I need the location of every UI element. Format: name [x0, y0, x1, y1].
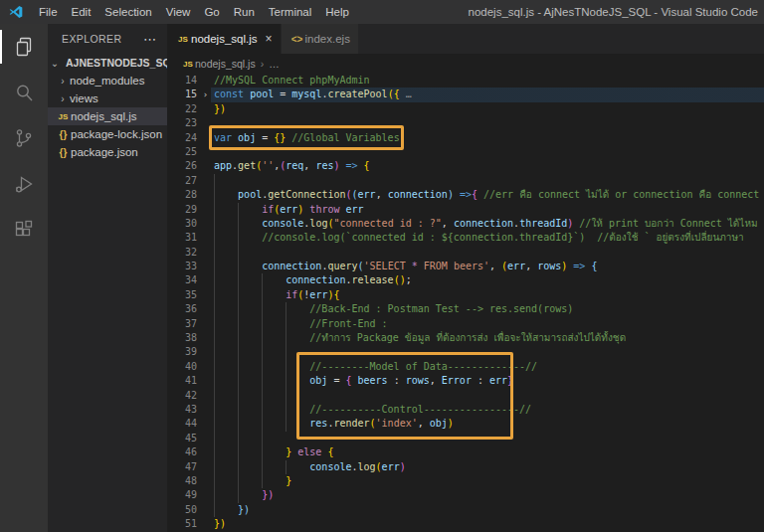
line-number: 43	[167, 403, 197, 417]
run-debug-icon[interactable]	[0, 161, 48, 207]
menu-view[interactable]: View	[159, 0, 198, 24]
menu-terminal[interactable]: Terminal	[262, 0, 318, 24]
fold-column	[197, 445, 214, 459]
indent-guide	[214, 246, 215, 260]
code-text: pool.getConnection((err, connection) =>{…	[214, 188, 764, 202]
code-text	[214, 116, 764, 130]
extensions-icon[interactable]	[0, 207, 48, 253]
code-line-27[interactable]: 27	[167, 174, 764, 188]
line-number: 39	[167, 345, 197, 359]
code-text: res.render('index', obj)	[214, 417, 764, 431]
search-icon[interactable]	[0, 70, 48, 115]
tree-item-nodejs-sql-js[interactable]: JSnodejs_sql.js	[48, 107, 167, 125]
indent-guide	[262, 331, 263, 345]
code-line-24[interactable]: 24var obj = {} //Global Variables	[167, 131, 764, 145]
code-line-43[interactable]: 43 //----------Control----------------//	[167, 403, 764, 417]
fold-column	[197, 102, 214, 116]
code-line-33[interactable]: 33 connection.query('SELECT * FROM beers…	[167, 260, 764, 273]
code-line-45[interactable]: 45	[167, 432, 764, 445]
indent-guide	[286, 360, 286, 374]
indent-guide	[286, 417, 286, 431]
code-text: console.log(err)	[214, 460, 764, 474]
tree-root-label: AJNESTNODEJS_SQL	[62, 57, 167, 69]
code-line-39[interactable]: 39	[167, 345, 764, 359]
code-line-38[interactable]: 38 //ทำการ Package ข้อมูล ที่ต้องการส่ง …	[167, 331, 764, 345]
menu-selection[interactable]: Selection	[97, 0, 158, 24]
line-number: 30	[167, 217, 197, 231]
code-line-23[interactable]: 23	[167, 116, 764, 130]
close-icon[interactable]: ×	[265, 32, 272, 46]
menu-go[interactable]: Go	[197, 0, 226, 24]
indent-guide	[238, 331, 239, 345]
line-number: 42	[167, 389, 197, 403]
code-text: var obj = {} //Global Variables	[214, 131, 764, 145]
code-line-41[interactable]: 41 obj = { beers : rows, Error : err}	[167, 374, 764, 388]
tree-item-package-json[interactable]: {}package.json	[48, 143, 167, 161]
indent-guide	[238, 460, 239, 474]
code-line-28[interactable]: 28 pool.getConnection((err, connection) …	[167, 188, 764, 202]
fold-chevron-icon[interactable]: ›	[197, 88, 214, 101]
indent-guide	[214, 360, 215, 374]
indent-guide	[214, 389, 215, 403]
line-number: 40	[167, 360, 197, 374]
code-line-49[interactable]: 49 })	[167, 488, 764, 502]
fold-column	[197, 74, 214, 88]
explorer-icon[interactable]	[0, 24, 48, 70]
tree-root-folder[interactable]: ⌄ AJNESTNODEJS_SQL	[48, 54, 167, 72]
code-line-26[interactable]: 26app.get('',(req, res) => {	[167, 159, 764, 173]
code-line-32[interactable]: 32	[167, 246, 764, 260]
code-line-14[interactable]: 14//MySQL Connect phpMyAdmin	[167, 74, 764, 88]
code-line-15[interactable]: 15›const pool = mysql.createPool({ …	[167, 88, 764, 101]
tree-item-package-lock-json[interactable]: {}package-lock.json	[48, 125, 167, 143]
fold-column	[197, 345, 214, 359]
indent-guide	[238, 474, 239, 488]
line-number: 32	[167, 246, 197, 260]
fold-column	[197, 488, 214, 502]
code-line-35[interactable]: 35 if(!err){	[167, 288, 764, 302]
code-line-47[interactable]: 47 console.log(err)	[167, 460, 764, 474]
menu-file[interactable]: File	[32, 0, 65, 24]
code-line-31[interactable]: 31 //console.log(`connected id : ${conne…	[167, 231, 764, 245]
code-text	[214, 174, 764, 188]
code-line-46[interactable]: 46 } else {	[167, 445, 764, 459]
code-line-42[interactable]: 42	[167, 389, 764, 403]
code-line-25[interactable]: 25	[167, 145, 764, 159]
tree-item-label: views	[70, 92, 98, 104]
code-line-22[interactable]: 22})	[167, 102, 764, 116]
code-editor[interactable]: 14//MySQL Connect phpMyAdmin15›const poo…	[167, 74, 764, 532]
tree-item-views[interactable]: ›views	[48, 89, 167, 107]
tab-index-ejs[interactable]: <>index.ejs	[282, 24, 358, 54]
chevron-right-icon: ›	[56, 93, 70, 104]
explorer-more-actions-icon[interactable]: ⋯	[143, 32, 157, 47]
menu-edit[interactable]: Edit	[65, 0, 98, 24]
code-text: if(!err){	[214, 288, 764, 302]
indent-guide	[214, 302, 215, 316]
breadcrumb-file[interactable]: nodejs_sql.js	[195, 58, 256, 70]
line-number: 45	[167, 432, 197, 445]
code-line-48[interactable]: 48 }	[167, 474, 764, 488]
source-control-icon[interactable]	[0, 115, 48, 161]
code-text: connection.release();	[214, 273, 764, 287]
tab-nodejs-sql-js[interactable]: JSnodejs_sql.js×	[167, 24, 281, 54]
code-line-36[interactable]: 36 //Back-End : Postman Test --> res.sen…	[167, 302, 764, 316]
tab-label: index.ejs	[305, 33, 350, 45]
indent-guide	[238, 273, 239, 287]
code-line-29[interactable]: 29 if(err) throw err	[167, 203, 764, 217]
breadcrumb-symbol-tail[interactable]: …	[269, 58, 280, 70]
breadcrumb[interactable]: JS nodejs_sql.js › …	[167, 54, 764, 74]
line-number: 27	[167, 174, 197, 188]
line-number: 33	[167, 260, 197, 273]
fold-column	[197, 188, 214, 202]
code-line-44[interactable]: 44 res.render('index', obj)	[167, 417, 764, 431]
tree-item-node-modules[interactable]: ›node_modules	[48, 72, 167, 89]
code-line-50[interactable]: 50 })	[167, 503, 764, 517]
code-line-37[interactable]: 37 //Front-End :	[167, 317, 764, 331]
menu-run[interactable]: Run	[227, 0, 262, 24]
code-line-34[interactable]: 34 connection.release();	[167, 273, 764, 287]
code-line-51[interactable]: 51})	[167, 517, 764, 531]
fold-column	[197, 174, 214, 188]
indent-guide	[238, 231, 239, 245]
code-line-40[interactable]: 40 //--------Model of Data-------------/…	[167, 360, 764, 374]
code-line-30[interactable]: 30 console.log("connected id : ?", conne…	[167, 217, 764, 231]
menu-help[interactable]: Help	[318, 0, 356, 24]
